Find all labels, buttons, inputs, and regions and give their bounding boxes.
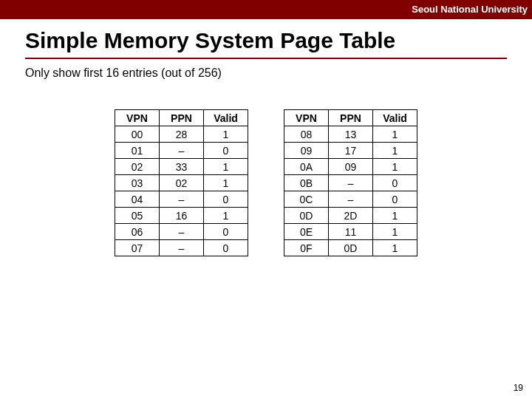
cell-vpn: 03 — [115, 175, 160, 191]
cell-ppn: 2D — [329, 208, 373, 224]
cell-vpn: 0C — [284, 191, 329, 208]
cell-vpn: 09 — [284, 143, 329, 159]
table-row: 0C–0 — [284, 191, 417, 208]
table-row: 02331 — [115, 159, 248, 175]
table-row: 0E111 — [284, 224, 417, 240]
cell-ppn: 13 — [329, 126, 373, 143]
cell-ppn: 09 — [329, 159, 373, 175]
cell-valid: 0 — [204, 191, 248, 208]
subtitle: Only show first 16 entries (out of 256) — [25, 66, 532, 80]
cell-vpn: 06 — [115, 224, 160, 240]
col-vpn: VPN — [115, 110, 160, 126]
cell-ppn: – — [160, 191, 204, 208]
cell-vpn: 00 — [115, 126, 160, 143]
cell-ppn: 0D — [329, 240, 373, 256]
cell-vpn: 0E — [284, 224, 329, 240]
table-row: 04–0 — [115, 191, 248, 208]
cell-valid: 0 — [373, 191, 417, 208]
cell-valid: 1 — [204, 175, 248, 191]
cell-valid: 1 — [204, 126, 248, 143]
cell-ppn: – — [160, 143, 204, 159]
cell-valid: 1 — [373, 208, 417, 224]
cell-ppn: – — [160, 224, 204, 240]
table-header-row: VPN PPN Valid — [284, 110, 417, 126]
cell-vpn: 0D — [284, 208, 329, 224]
cell-vpn: 08 — [284, 126, 329, 143]
col-ppn: PPN — [329, 110, 373, 126]
cell-valid: 1 — [373, 224, 417, 240]
cell-vpn: 0B — [284, 175, 329, 191]
table-row: 08131 — [284, 126, 417, 143]
table-row: 03021 — [115, 175, 248, 191]
cell-vpn: 02 — [115, 159, 160, 175]
cell-valid: 0 — [204, 143, 248, 159]
table-row: 07–0 — [115, 240, 248, 256]
table-row: 06–0 — [115, 224, 248, 240]
cell-ppn: – — [329, 191, 373, 208]
cell-ppn: 17 — [329, 143, 373, 159]
cell-vpn: 0A — [284, 159, 329, 175]
table-row: 0B–0 — [284, 175, 417, 191]
cell-vpn: 04 — [115, 191, 160, 208]
cell-ppn: – — [160, 240, 204, 256]
col-vpn: VPN — [284, 110, 329, 126]
tables-container: VPN PPN Valid 0028101–0023310302104–0051… — [0, 109, 532, 256]
cell-valid: 0 — [204, 240, 248, 256]
cell-valid: 1 — [204, 159, 248, 175]
cell-valid: 1 — [373, 159, 417, 175]
col-ppn: PPN — [160, 110, 204, 126]
table-row: 01–0 — [115, 143, 248, 159]
cell-valid: 1 — [204, 208, 248, 224]
page-title: Simple Memory System Page Table — [25, 28, 507, 59]
cell-valid: 0 — [204, 224, 248, 240]
cell-ppn: 16 — [160, 208, 204, 224]
table-row: 05161 — [115, 208, 248, 224]
col-valid: Valid — [204, 110, 248, 126]
cell-vpn: 01 — [115, 143, 160, 159]
cell-ppn: 28 — [160, 126, 204, 143]
cell-valid: 1 — [373, 240, 417, 256]
col-valid: Valid — [373, 110, 417, 126]
page-number: 19 — [514, 383, 523, 393]
table-row: 0D2D1 — [284, 208, 417, 224]
org-label: Seoul National University — [412, 4, 528, 15]
cell-ppn: 11 — [329, 224, 373, 240]
header-bar: Seoul National University — [0, 0, 532, 19]
cell-valid: 1 — [373, 143, 417, 159]
table-row: 00281 — [115, 126, 248, 143]
cell-ppn: 02 — [160, 175, 204, 191]
cell-ppn: 33 — [160, 159, 204, 175]
cell-ppn: – — [329, 175, 373, 191]
table-row: 0A091 — [284, 159, 417, 175]
cell-vpn: 0F — [284, 240, 329, 256]
table-row: 0F0D1 — [284, 240, 417, 256]
page-table-right: VPN PPN Valid 08131091710A0910B–00C–00D2… — [284, 109, 417, 256]
table-header-row: VPN PPN Valid — [115, 110, 248, 126]
cell-vpn: 07 — [115, 240, 160, 256]
page-table-left: VPN PPN Valid 0028101–0023310302104–0051… — [115, 109, 248, 256]
cell-valid: 0 — [373, 175, 417, 191]
table-row: 09171 — [284, 143, 417, 159]
cell-valid: 1 — [373, 126, 417, 143]
cell-vpn: 05 — [115, 208, 160, 224]
